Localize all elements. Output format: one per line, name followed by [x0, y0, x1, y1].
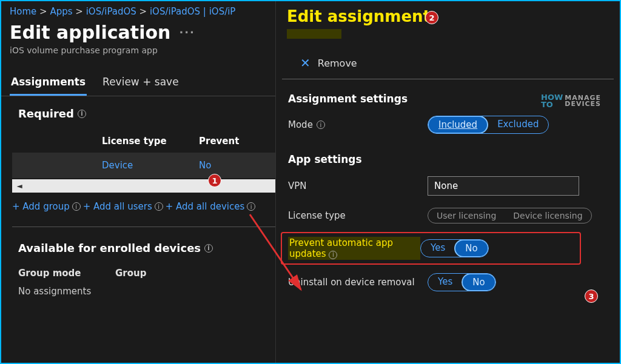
bc-home[interactable]: Home — [10, 6, 36, 17]
col-group: Group — [115, 268, 146, 279]
remove-label: Remove — [318, 58, 357, 69]
license-type-label: License type — [288, 210, 346, 221]
more-icon[interactable]: ··· — [179, 26, 195, 39]
info-icon[interactable]: i — [204, 244, 213, 253]
annotation-badge-1: 1 — [208, 174, 221, 187]
watermark: HOW TO MANAGE DEVICES — [541, 92, 614, 110]
license-type-toggle[interactable]: User licensing Device licensing — [428, 208, 592, 223]
annotation-badge-3: 3 — [585, 290, 598, 303]
prevent-yes[interactable]: Yes — [421, 240, 455, 257]
page-title: Edit application — [10, 22, 170, 43]
uninstall-yes[interactable]: Yes — [428, 274, 462, 291]
mode-label: Mode — [288, 119, 313, 130]
add-all-devices-link[interactable]: + Add all devices — [166, 201, 245, 212]
cell-license: Device — [102, 160, 199, 171]
uninstall-toggle[interactable]: Yes No — [428, 273, 496, 291]
app-settings-heading: App settings — [276, 140, 620, 170]
add-all-users-link[interactable]: + Add all users — [83, 201, 152, 212]
info-icon[interactable]: i — [247, 202, 255, 211]
annotation-badge-2: 2 — [425, 11, 438, 24]
mode-toggle[interactable]: Included Excluded — [428, 116, 549, 134]
panel-subtitle-redacted — [287, 29, 341, 39]
bc-apps[interactable]: Apps — [50, 6, 72, 17]
tab-review[interactable]: Review + save — [101, 71, 180, 96]
info-icon[interactable]: i — [329, 251, 337, 259]
mode-excluded[interactable]: Excluded — [488, 116, 548, 133]
user-licensing-option[interactable]: User licensing — [428, 208, 505, 223]
vpn-select[interactable]: None — [428, 176, 579, 196]
info-icon[interactable]: i — [155, 202, 163, 211]
prevent-updates-label: Prevent automatic app updates — [289, 237, 393, 259]
edit-assignment-panel: Edit assignment ✕ Remove HOW TO MANAGE D… — [275, 1, 620, 363]
panel-title: Edit assignment — [276, 1, 620, 29]
scroll-left-icon[interactable]: ◄ — [12, 179, 27, 193]
required-heading: Required — [18, 107, 74, 120]
col-group-mode: Group mode — [18, 268, 115, 279]
uninstall-no[interactable]: No — [462, 273, 495, 291]
device-licensing-option[interactable]: Device licensing — [505, 208, 591, 223]
tab-assignments[interactable]: Assignments — [10, 71, 87, 96]
prevent-no[interactable]: No — [454, 239, 488, 257]
vpn-label: VPN — [288, 180, 307, 191]
info-icon[interactable]: i — [78, 110, 86, 118]
info-icon[interactable]: i — [317, 121, 325, 129]
close-icon: ✕ — [300, 56, 310, 70]
remove-button[interactable]: ✕ Remove — [276, 47, 620, 79]
bc-platform[interactable]: iOS/iPadOS — [86, 6, 136, 17]
prevent-updates-row: Prevent automatic app updates i Yes No — [281, 232, 581, 265]
col-license-type: License type — [102, 136, 199, 147]
prevent-updates-toggle[interactable]: Yes No — [420, 239, 489, 257]
info-icon[interactable]: i — [72, 202, 81, 211]
bc-app[interactable]: iOS/iPadOS | iOS/iP — [150, 6, 235, 17]
available-heading: Available for enrolled devices — [18, 242, 201, 254]
add-group-link[interactable]: + Add group — [12, 201, 70, 212]
mode-included[interactable]: Included — [428, 116, 488, 134]
uninstall-label: Uninstall on device removal — [288, 277, 415, 288]
